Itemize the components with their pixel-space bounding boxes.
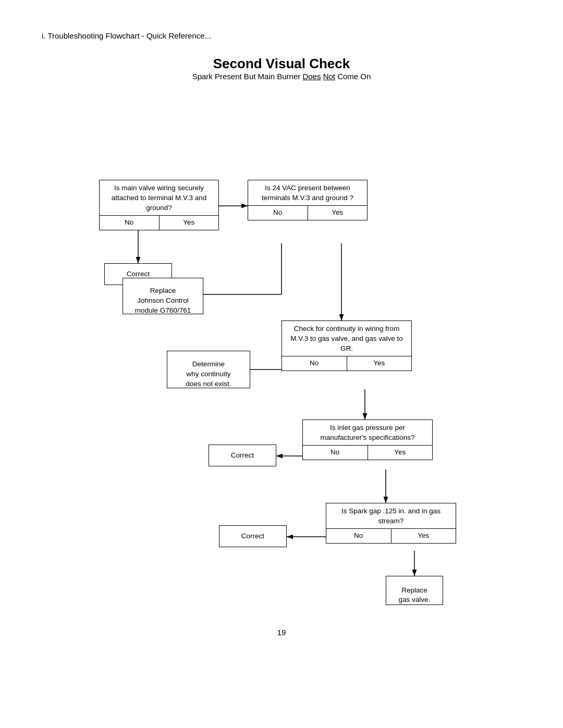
title-section: Second Visual Check Spark Present But Ma… xyxy=(42,56,521,81)
page-number: 19 xyxy=(42,628,521,637)
main-valve-no: No xyxy=(100,216,160,230)
main-valve-yes: Yes xyxy=(160,216,219,230)
spark-question: Is Spark gap .125 in. and in gas stream? xyxy=(326,503,456,529)
continuity-question: Check for continuity in wiring from M.V.… xyxy=(282,321,411,356)
vac-yes: Yes xyxy=(308,206,368,220)
inlet-no: No xyxy=(303,446,368,460)
replace-gas-box: Replace gas valve. xyxy=(386,576,443,605)
determine-box: Determine why continuity does not exist. xyxy=(167,351,250,388)
spark-yes: Yes xyxy=(391,529,456,543)
inlet-question: Is inlet gas pressure per manufacturer's… xyxy=(303,420,432,446)
main-valve-decision: Is main valve wiring securely attached t… xyxy=(99,180,219,230)
vac-question: Is 24 VAC present between terminals M.V.… xyxy=(248,180,367,206)
inlet-decision: Is inlet gas pressure per manufacturer's… xyxy=(302,419,433,460)
correct-box-2: Correct xyxy=(209,445,276,466)
inlet-yes: Yes xyxy=(368,446,433,460)
flowchart: Is main valve wiring securely attached t… xyxy=(42,91,521,612)
page: i. Troubleshooting Flowchart - Quick Ref… xyxy=(0,0,563,728)
continuity-decision: Check for continuity in wiring from M.V.… xyxy=(282,320,412,371)
vac-no: No xyxy=(248,206,308,220)
continuity-no: No xyxy=(282,356,347,371)
reference-line: i. Troubleshooting Flowchart - Quick Ref… xyxy=(42,31,521,40)
correct-box-3: Correct xyxy=(219,525,287,547)
main-title: Second Visual Check xyxy=(42,56,521,72)
spark-decision: Is Spark gap .125 in. and in gas stream?… xyxy=(326,503,456,544)
replace-johnson-box: Replace Johnson Control module G760/761 xyxy=(123,278,203,314)
subtitle: Spark Present But Main Burner Does Not C… xyxy=(42,72,521,81)
continuity-yes: Yes xyxy=(347,356,412,371)
main-valve-question: Is main valve wiring securely attached t… xyxy=(100,180,218,216)
vac-decision: Is 24 VAC present between terminals M.V.… xyxy=(248,180,368,220)
spark-no: No xyxy=(326,529,391,543)
